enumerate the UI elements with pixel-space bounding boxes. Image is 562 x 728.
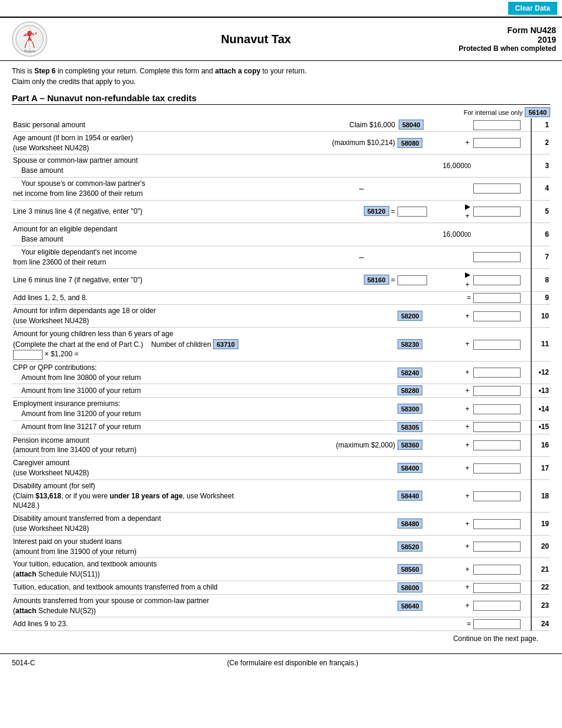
row11-children[interactable]: [13, 350, 43, 360]
row11-input[interactable]: [472, 327, 531, 361]
row13-num: •13: [531, 384, 550, 398]
form-number: Form NU428: [458, 25, 556, 35]
code-58120: 58120: [364, 206, 389, 216]
row9-value[interactable]: [473, 293, 521, 303]
row22-value[interactable]: [473, 583, 521, 593]
continue-text: Continue on the next page.: [12, 634, 550, 643]
code-58300: 58300: [398, 404, 423, 414]
row14-value[interactable]: [473, 404, 521, 414]
row24-value[interactable]: [473, 619, 521, 629]
row23-input[interactable]: [472, 594, 531, 617]
row20-input[interactable]: [472, 535, 531, 558]
row7-value[interactable]: [473, 252, 521, 262]
row17-num: 17: [531, 457, 550, 480]
row2-code: 58080: [396, 131, 463, 154]
row1-value[interactable]: [473, 120, 521, 130]
row19-mid: [260, 513, 396, 536]
row15-code: 58305: [396, 420, 463, 434]
row18-input[interactable]: [472, 479, 531, 512]
clear-data-button[interactable]: Clear Data: [508, 2, 557, 15]
row16-op: +: [463, 434, 472, 457]
row5-blank1[interactable]: [396, 200, 463, 223]
row5-value[interactable]: [473, 207, 521, 217]
row22-op: +: [463, 581, 472, 594]
row15-value[interactable]: [473, 422, 521, 432]
row8-code-cell: 58160 =: [260, 269, 396, 292]
row11-desc: Amount for young children less than 6 ye…: [12, 327, 260, 361]
code-58400: 58400: [398, 463, 423, 473]
row1-desc: Basic personal amount: [12, 118, 260, 131]
row2-input[interactable]: [472, 131, 531, 154]
row23-value[interactable]: [473, 601, 521, 611]
code-58230: 58230: [398, 339, 423, 349]
row24-input[interactable]: [472, 617, 531, 630]
row22-input[interactable]: [472, 581, 531, 594]
row10-input[interactable]: [472, 305, 531, 328]
row1-mid: Claim $16,000: [260, 118, 396, 131]
internal-use-code: 56140: [525, 107, 550, 117]
form-header: ᓄᓇᕗᑦ Nunavut Nunavut Tax Form NU428 2019…: [0, 17, 562, 61]
row5-desc: Line 3 minus line 4 (if negative, enter …: [12, 200, 260, 223]
row19-input[interactable]: [472, 513, 531, 536]
row18-value[interactable]: [473, 491, 521, 501]
row14-input[interactable]: [472, 398, 531, 421]
row11-value[interactable]: [473, 340, 521, 350]
row8-value[interactable]: [473, 275, 521, 285]
row14-num: •14: [531, 398, 550, 421]
row12-input[interactable]: [472, 361, 531, 384]
row21-op: +: [463, 558, 472, 581]
code-58280: 58280: [398, 385, 423, 395]
row17-code: 58400: [396, 457, 463, 480]
row4-input[interactable]: [472, 177, 531, 200]
table-row: Spouse or common-law partner amount Base…: [12, 154, 550, 178]
row10-value[interactable]: [473, 311, 521, 321]
table-row: Your tuition, education, and textbook am…: [12, 558, 550, 581]
row20-value[interactable]: [473, 542, 521, 552]
row16-value[interactable]: [473, 440, 521, 450]
row16-input[interactable]: [472, 434, 531, 457]
row13-code: 58280: [396, 384, 463, 398]
row7-blank: [463, 246, 472, 269]
row21-value[interactable]: [473, 565, 521, 575]
row5-value1[interactable]: [398, 207, 427, 217]
code-58480: 58480: [398, 518, 423, 529]
row11-mid: [260, 327, 396, 361]
row2-value[interactable]: [473, 138, 521, 148]
row8-value1[interactable]: [398, 275, 427, 285]
row17-input[interactable]: [472, 457, 531, 480]
row24-num: 24: [531, 617, 550, 630]
row14-code: 58300: [396, 398, 463, 421]
page-footer: 5014-C (Ce formulaire est disponible en …: [0, 653, 562, 672]
row5-input[interactable]: [472, 200, 531, 223]
form-title: Nunavut Tax: [53, 33, 458, 46]
row7-input[interactable]: [472, 246, 531, 269]
row13-value[interactable]: [473, 386, 521, 396]
row9-input[interactable]: [472, 291, 531, 304]
row1-input[interactable]: [472, 118, 531, 131]
row17-value[interactable]: [473, 463, 521, 473]
row15-input[interactable]: [472, 420, 531, 434]
row1-op: [463, 118, 472, 131]
table-row: Add lines 1, 2, 5, and 8. = 9: [12, 291, 550, 304]
row10-num: 10: [531, 305, 550, 328]
row18-op: +: [463, 479, 472, 512]
table-row: Interest paid on your student loans(amou…: [12, 535, 550, 558]
row19-desc: Disability amount transferred from a dep…: [12, 513, 260, 536]
row12-op: +: [463, 361, 472, 384]
row21-input[interactable]: [472, 558, 531, 581]
row15-num: •15: [531, 420, 550, 434]
table-row: Your eligible dependant's net incomefrom…: [12, 246, 550, 269]
row4-op: –: [260, 177, 463, 200]
row9-eq: =: [260, 291, 472, 304]
row13-input[interactable]: [472, 384, 531, 398]
row15-desc: Amount from line 31217 of your return: [12, 420, 260, 434]
row22-mid: [260, 581, 396, 594]
row8-input[interactable]: [472, 269, 531, 292]
row4-value[interactable]: [473, 183, 521, 194]
row19-value[interactable]: [473, 519, 521, 529]
row8-blank1[interactable]: [396, 269, 463, 292]
row20-num: 20: [531, 535, 550, 558]
table-row: Amount for an eligible dependant Base am…: [12, 223, 550, 246]
form-info: Form NU428 2019 Protected B when complet…: [458, 25, 556, 53]
row12-value[interactable]: [473, 368, 521, 378]
